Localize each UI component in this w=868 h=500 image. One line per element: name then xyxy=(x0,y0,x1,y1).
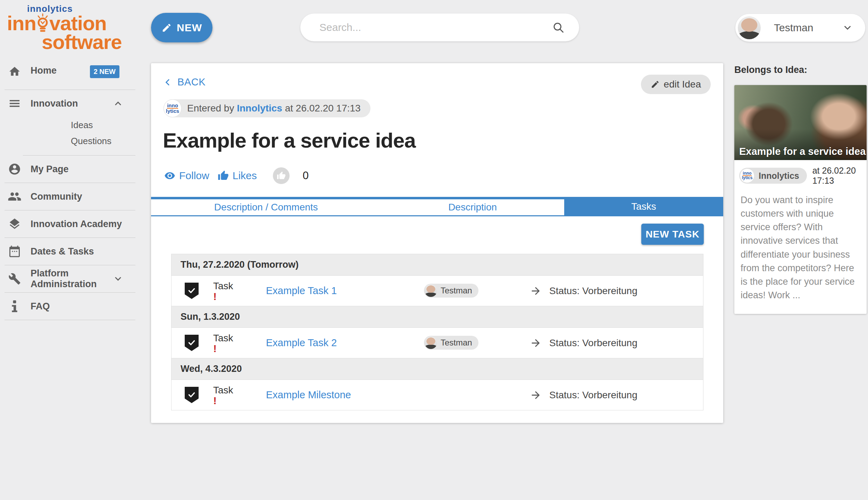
task-row: Task ! Example Milestone Status: Vorbere… xyxy=(172,380,703,410)
task-title-link[interactable]: Example Task 1 xyxy=(266,285,424,297)
eye-icon xyxy=(164,170,175,181)
task-check-icon[interactable] xyxy=(185,335,199,351)
task-status: Status: Vorbereitung xyxy=(530,337,637,349)
entered-by-chip: innolytics Entered by Innolytics at 26.0… xyxy=(164,99,370,117)
user-avatar xyxy=(738,16,761,39)
task-title-link[interactable]: Example Milestone xyxy=(266,389,424,401)
task-type: Task ! xyxy=(213,385,266,405)
arrow-right-icon xyxy=(530,285,542,297)
search-icon[interactable] xyxy=(552,21,565,34)
app-logo: innolytics inn vation software xyxy=(7,4,115,52)
person-icon xyxy=(8,162,22,176)
home-new-badge: 2 NEW xyxy=(90,65,119,78)
assignee-chip[interactable]: Testman xyxy=(424,284,478,298)
idea-meta: innolytics Innolytics at 26.02.20 17:13 xyxy=(734,160,867,189)
back-link[interactable]: BACK xyxy=(164,76,206,88)
tab-description-comments[interactable]: Description / Comments xyxy=(151,199,381,215)
pencil-icon xyxy=(161,23,172,33)
tab-bar: Description / Comments Description Tasks xyxy=(151,197,723,216)
user-menu[interactable]: Testman xyxy=(735,14,865,42)
sidebar-item-dates-tasks[interactable]: Dates & Tasks xyxy=(0,238,140,265)
thumb-up-icon xyxy=(218,170,229,181)
sidebar-item-innovation-academy[interactable]: Innovation Academy xyxy=(0,210,140,238)
chevron-up-icon xyxy=(113,99,123,108)
belongs-to-heading: Belongs to Idea: xyxy=(734,65,867,75)
app-root: innolytics inn vation software NEW Testm… xyxy=(0,0,868,500)
sidebar-item-faq[interactable]: FAQ xyxy=(0,293,140,320)
innolytics-logo-icon: innolytics xyxy=(164,99,182,117)
task-row: Task ! Example Task 2 Testman Status: Vo… xyxy=(172,328,703,358)
calendar-icon xyxy=(8,245,22,258)
sidebar: Home 2 NEW Innovation Ideas Questions My… xyxy=(0,59,140,320)
sidebar-item-ideas[interactable]: Ideas xyxy=(0,117,140,133)
task-type: Task ! xyxy=(213,281,266,301)
layers-icon xyxy=(8,217,22,231)
chevron-left-icon xyxy=(164,78,173,87)
task-status: Status: Vorbereitung xyxy=(530,389,637,401)
innolytics-logo-icon: innolytics xyxy=(740,168,754,183)
sidebar-item-community[interactable]: Community xyxy=(0,183,140,210)
user-name: Testman xyxy=(774,22,842,34)
logo-word-software: software xyxy=(42,32,115,52)
arrow-right-icon xyxy=(530,389,542,401)
task-type: Task ! xyxy=(213,333,266,353)
tab-description[interactable]: Description xyxy=(381,199,564,215)
menu-icon xyxy=(8,98,22,109)
chevron-down-icon xyxy=(842,23,853,33)
idea-detail-card: BACK edit Idea innolytics Entered by Inn… xyxy=(151,63,723,423)
search-bar xyxy=(300,14,579,41)
sidebar-item-innovation[interactable]: Innovation xyxy=(0,90,140,117)
sidebar-item-platform-administration[interactable]: Platform Administration xyxy=(0,265,140,292)
task-title-link[interactable]: Example Task 2 xyxy=(266,337,424,349)
wrench-icon xyxy=(8,273,22,285)
task-check-icon[interactable] xyxy=(185,387,199,403)
idea-image-caption: Example for a service idea xyxy=(739,146,866,157)
divider xyxy=(5,320,135,320)
author-chip[interactable]: innolytics Innolytics xyxy=(739,168,807,184)
task-status: Status: Vorbereitung xyxy=(530,285,637,297)
thumb-up-icon xyxy=(277,171,286,180)
task-row: Task ! Example Task 1 Testman Status: Vo… xyxy=(172,276,703,306)
idea-title: Example for a service idea xyxy=(163,128,416,152)
sidebar-item-my-page[interactable]: My Page xyxy=(0,156,140,183)
belongs-to-panel: Belongs to Idea: Example for a service i… xyxy=(734,65,867,314)
search-input[interactable] xyxy=(300,22,552,33)
task-assignee: Testman xyxy=(424,336,530,350)
like-count-icon xyxy=(273,167,290,184)
home-icon xyxy=(8,65,22,78)
task-group-date: Sun, 1.3.2020 xyxy=(172,306,703,328)
assignee-chip[interactable]: Testman xyxy=(424,336,478,350)
arrow-right-icon xyxy=(530,337,542,349)
task-group-date: Wed, 4.3.2020 xyxy=(172,358,703,380)
chevron-down-icon xyxy=(113,274,123,284)
edit-idea-button[interactable]: edit Idea xyxy=(641,75,711,94)
people-icon xyxy=(8,190,22,203)
new-button[interactable]: NEW xyxy=(151,13,212,42)
assignee-avatar xyxy=(425,284,437,297)
idea-description: Do you want to inspire customers with un… xyxy=(734,189,867,314)
follow-button[interactable]: Follow xyxy=(164,170,209,182)
pencil-icon xyxy=(651,80,660,89)
idea-timestamp: at 26.02.20 17:13 xyxy=(812,166,862,186)
task-list: Thu, 27.2.2020 (Tomorrow) Task ! Example… xyxy=(171,254,703,410)
tab-tasks[interactable]: Tasks xyxy=(564,197,723,216)
task-assignee: Testman xyxy=(424,284,530,298)
new-task-button[interactable]: NEW TASK xyxy=(641,224,704,245)
info-icon xyxy=(8,300,22,312)
task-group-date: Thu, 27.2.2020 (Tomorrow) xyxy=(172,254,703,276)
author-link[interactable]: Innolytics xyxy=(237,103,282,114)
idea-image: Example for a service idea xyxy=(734,85,867,160)
sidebar-item-questions[interactable]: Questions xyxy=(0,133,140,149)
like-count: 0 xyxy=(303,169,309,182)
likes-button[interactable]: Likes xyxy=(218,170,257,182)
priority-exclamation: ! xyxy=(213,292,266,301)
sidebar-item-home[interactable]: Home 2 NEW xyxy=(0,59,140,90)
priority-exclamation: ! xyxy=(213,396,266,405)
priority-exclamation: ! xyxy=(213,344,266,353)
task-check-icon[interactable] xyxy=(185,283,199,299)
related-idea-card[interactable]: Example for a service idea innolytics In… xyxy=(734,85,867,314)
assignee-avatar xyxy=(425,336,437,349)
idea-actions: Follow Likes 0 xyxy=(164,167,309,184)
